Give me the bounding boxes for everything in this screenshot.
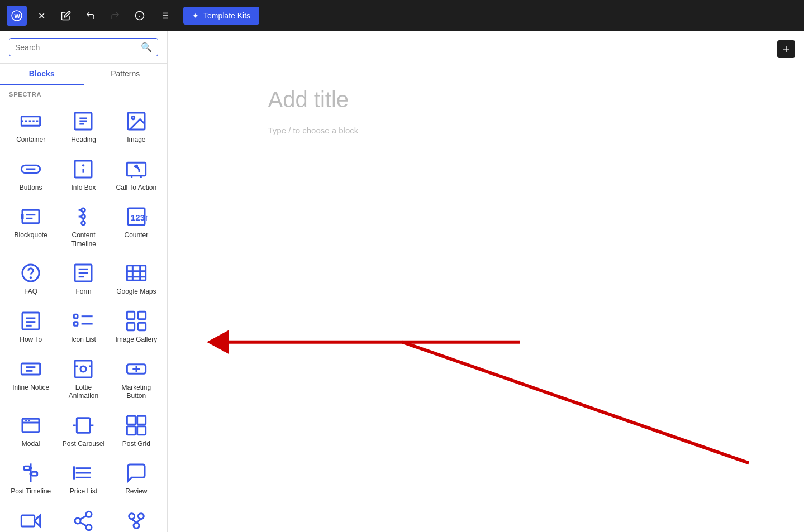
svg-point-18	[131, 117, 134, 119]
google-maps-icon	[125, 262, 148, 284]
block-item-icon-list[interactable]: Icon List	[57, 303, 110, 351]
undo-button[interactable]	[80, 6, 101, 26]
toolbar: W ✕ ✦ Template Kits	[0, 0, 804, 31]
post-timeline-icon	[20, 462, 42, 484]
block-item-lottie-animation[interactable]: Lottie Animation	[57, 351, 110, 408]
search-container: 🔍	[0, 31, 167, 64]
block-item-heading[interactable]: Heading	[57, 103, 110, 151]
search-box: 🔍	[9, 38, 158, 56]
counter-icon: 123↑	[125, 205, 148, 228]
block-item-post-grid[interactable]: Post Grid	[110, 408, 163, 456]
close-button[interactable]: ✕	[31, 6, 51, 26]
main-layout: 🔍 Blocks Patterns SPECTRA ContainerHeadi…	[0, 31, 804, 532]
svg-point-98	[134, 523, 139, 528]
block-item-review[interactable]: Review	[110, 455, 163, 503]
canvas-inner: Add title Type / to choose a block	[235, 65, 738, 157]
svg-rect-78	[127, 426, 135, 434]
block-label-post-grid: Post Grid	[122, 440, 150, 449]
svg-rect-73	[77, 418, 90, 433]
template-kits-star-icon: ✦	[192, 11, 199, 20]
svg-text:W: W	[15, 13, 21, 20]
svg-rect-60	[21, 363, 40, 375]
wp-logo: W	[7, 6, 27, 26]
svg-rect-48	[22, 313, 39, 329]
review-icon	[125, 462, 148, 484]
svg-point-72	[28, 420, 30, 421]
block-label-info-box: Info Box	[71, 184, 96, 193]
list-view-button[interactable]	[154, 6, 174, 26]
search-input[interactable]	[15, 43, 136, 52]
block-item-post-timeline[interactable]: Post Timeline	[4, 455, 57, 503]
block-label-how-to: How To	[20, 336, 42, 344]
tab-bar: Blocks Patterns	[0, 64, 167, 85]
svg-rect-52	[74, 314, 78, 318]
svg-line-100	[136, 519, 141, 523]
block-item-info-box[interactable]: Info Box	[57, 151, 110, 199]
block-item-content-timeline[interactable]: Content Timeline	[57, 199, 110, 255]
social-share-icon	[72, 510, 94, 532]
canvas[interactable]: Add title Type / to choose a block +	[168, 31, 804, 532]
block-item-post-carousel[interactable]: Post Carousel	[57, 408, 110, 456]
template-kits-label: Template Kits	[203, 11, 250, 20]
block-item-form[interactable]: Form	[57, 255, 110, 303]
block-label-lottie-animation: Lottie Animation	[60, 384, 106, 401]
block-item-marketing-button[interactable]: Marketing Button	[110, 351, 163, 408]
block-item-container[interactable]: Container	[4, 103, 57, 151]
edit-button[interactable]	[56, 6, 76, 26]
block-item-google-maps[interactable]: Google Maps	[110, 255, 163, 303]
block-label-review: Review	[125, 487, 147, 496]
page-title-placeholder[interactable]: Add title	[268, 87, 704, 112]
block-item-buttons[interactable]: Buttons	[4, 151, 57, 199]
svg-line-94	[80, 522, 87, 526]
svg-rect-76	[127, 416, 135, 424]
block-item-inline-notice[interactable]: Inline Notice	[4, 351, 57, 408]
block-item-video[interactable]: Video	[4, 503, 57, 532]
inline-notice-icon	[20, 358, 42, 380]
svg-point-32	[82, 208, 85, 212]
modal-icon	[20, 414, 42, 437]
block-item-social-share[interactable]: Social Share	[57, 503, 110, 532]
info-box-icon	[72, 158, 94, 180]
tab-blocks[interactable]: Blocks	[0, 64, 84, 85]
block-hint[interactable]: Type / to choose a block	[268, 126, 704, 135]
block-label-content-timeline: Content Timeline	[60, 231, 106, 248]
image-gallery-icon	[125, 310, 148, 332]
price-list-icon	[72, 462, 94, 484]
svg-rect-63	[75, 361, 92, 377]
svg-rect-53	[74, 322, 78, 326]
how-to-icon	[20, 310, 42, 332]
block-item-taxonomy-list[interactable]: Taxonomy List	[110, 503, 163, 532]
block-label-counter: Counter	[124, 231, 148, 240]
block-item-modal[interactable]: Modal	[4, 408, 57, 456]
block-item-image[interactable]: Image	[110, 103, 163, 151]
add-block-button[interactable]: +	[777, 40, 795, 58]
image-icon	[125, 110, 148, 132]
block-item-image-gallery[interactable]: Image Gallery	[110, 303, 163, 351]
sidebar: 🔍 Blocks Patterns SPECTRA ContainerHeadi…	[0, 31, 168, 532]
block-label-call-to-action: Call To Action	[116, 184, 157, 193]
block-item-how-to[interactable]: How To	[4, 303, 57, 351]
info-button[interactable]	[130, 6, 150, 26]
tab-patterns[interactable]: Patterns	[84, 64, 168, 85]
block-label-icon-list: Icon List	[71, 336, 96, 344]
svg-rect-47	[127, 266, 145, 281]
block-label-image: Image	[127, 136, 145, 145]
block-label-post-carousel: Post Carousel	[63, 440, 104, 449]
block-label-inline-notice: Inline Notice	[12, 384, 49, 392]
redo-button[interactable]	[105, 6, 125, 26]
block-item-counter[interactable]: 123↑Counter	[110, 199, 163, 255]
block-item-call-to-action[interactable]: Call To Action	[110, 151, 163, 199]
svg-line-99	[131, 519, 136, 523]
block-item-faq[interactable]: FAQ	[4, 255, 57, 303]
block-label-faq: FAQ	[24, 287, 37, 296]
heading-icon	[72, 110, 94, 132]
template-kits-button[interactable]: ✦ Template Kits	[183, 7, 259, 25]
svg-rect-59	[138, 323, 145, 330]
block-item-price-list[interactable]: Price List	[57, 455, 110, 503]
block-label-price-list: Price List	[70, 487, 97, 496]
block-label-google-maps: Google Maps	[116, 287, 156, 296]
block-item-blockquote[interactable]: Blockquote	[4, 199, 57, 255]
post-carousel-icon	[72, 414, 94, 437]
marketing-button-icon	[125, 358, 148, 380]
video-icon	[20, 510, 42, 532]
